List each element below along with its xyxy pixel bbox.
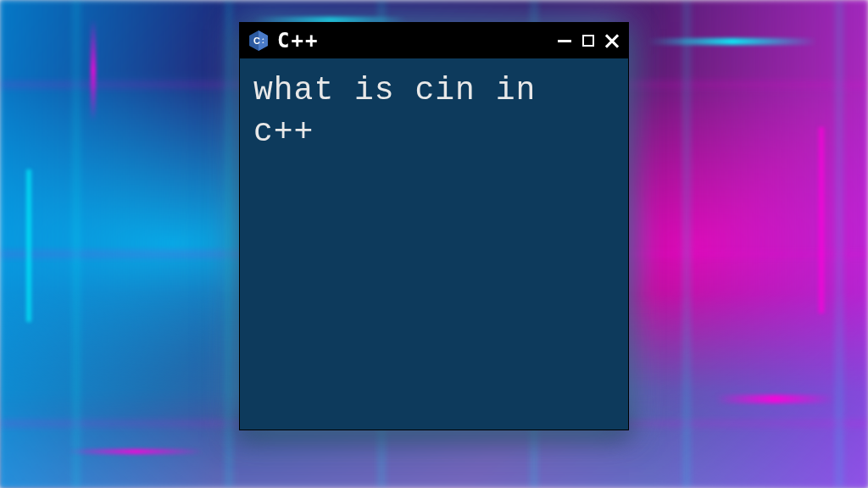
maximize-icon (582, 35, 594, 47)
maximize-button[interactable] (581, 33, 596, 48)
svg-text:C: C (253, 36, 260, 46)
neon-line (25, 169, 32, 322)
window-controls (557, 33, 620, 48)
terminal-window: C + + C++ what is cin in c++ (239, 22, 629, 430)
cpp-icon: C + + (247, 29, 270, 53)
neon-line (715, 395, 834, 403)
neon-line (91, 19, 96, 121)
neon-line (817, 127, 826, 313)
neon-line (68, 449, 203, 454)
terminal-content[interactable]: what is cin in c++ (240, 58, 628, 164)
neon-line (648, 38, 817, 45)
window-title: C++ (277, 29, 550, 53)
minimize-button[interactable] (557, 33, 572, 48)
close-icon (604, 33, 620, 48)
titlebar[interactable]: C + + C++ (240, 23, 628, 58)
minimize-icon (558, 40, 571, 42)
close-button[interactable] (604, 33, 620, 48)
